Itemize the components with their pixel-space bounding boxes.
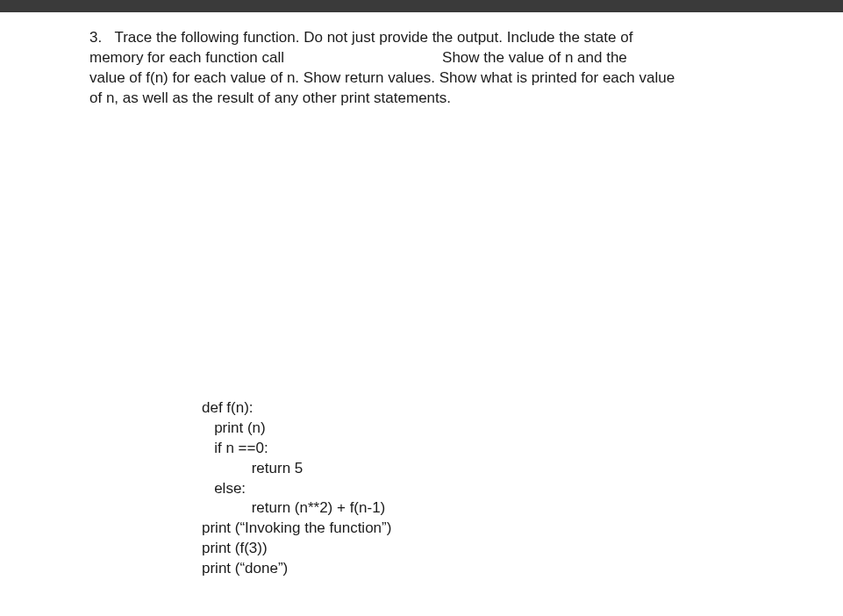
code-line-8: print (f(3)) <box>202 540 268 556</box>
code-line-6: return (n**2) + f(n-1) <box>202 499 385 516</box>
question-line-2a: memory for each function call <box>89 49 284 66</box>
question-line-4: of n, as well as the result of any other… <box>89 90 451 106</box>
code-listing: def f(n): print (n) if n ==0: return 5 e… <box>202 398 755 579</box>
document-content: 3. Trace the following function. Do not … <box>0 12 843 597</box>
question-line-1: Trace the following function. Do not jus… <box>114 29 632 46</box>
question-line-2b: Show the value of n and the <box>442 49 627 66</box>
code-line-4: return 5 <box>202 460 303 476</box>
question-line-3: value of f(n) for each value of n. Show … <box>89 69 675 86</box>
code-line-7: print (“Invoking the function”) <box>202 519 391 536</box>
code-line-5: else: <box>202 480 246 497</box>
top-border-bar <box>0 0 843 12</box>
code-line-3: if n ==0: <box>202 440 268 456</box>
question-number: 3. <box>89 28 111 48</box>
code-line-2: print (n) <box>202 419 266 436</box>
code-line-1: def f(n): <box>202 399 254 416</box>
code-line-9: print (“done”) <box>202 560 288 577</box>
question-prompt: 3. Trace the following function. Do not … <box>89 28 755 109</box>
